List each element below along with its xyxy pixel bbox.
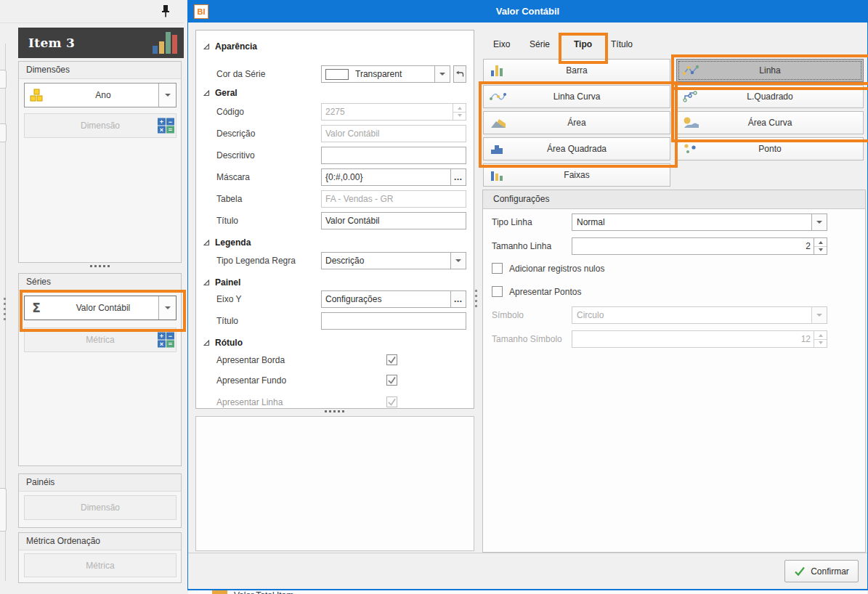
prop-label: Descrição [216,125,255,142]
dimension-ano-combo[interactable]: Ano [24,83,177,107]
tabela-field: FA - Vendas - GR [321,190,466,208]
dimension-value: Ano [48,84,158,107]
dropdown-arrow-icon[interactable] [450,253,466,269]
apresentar-borda-checkbox[interactable] [386,354,397,365]
linha-icon [683,64,699,77]
group-geral[interactable]: Geral [203,86,238,100]
tipo-legenda-combo[interactable]: Descrição [321,252,466,269]
prop-label: Título [216,312,238,330]
chart-type-ponto-button[interactable]: Ponto [676,137,864,160]
area-quadrada-icon [490,142,506,155]
hidden-panel-stub [0,123,7,142]
dialog-titlebar[interactable]: BI Valor Contábil [188,1,867,23]
legend-label: Valor Total Item [234,590,293,594]
adicionar-nulos-checkbox[interactable] [492,263,503,274]
tab-serie[interactable]: Série [530,39,550,49]
tipo-linha-combo[interactable]: Normal [572,213,827,231]
props-splitter-grip[interactable] [325,410,344,412]
ponto-icon [683,142,699,155]
check-icon [387,375,397,385]
apresentar-linha-checkbox[interactable] [386,396,397,407]
tamanho-simbolo-field: 12 [572,330,827,348]
left-splitter-grip[interactable] [4,298,6,320]
tab-titulo[interactable]: Título [611,39,633,49]
sidebar-splitter-grip[interactable] [90,265,110,267]
descricao-field: Valor Contábil [321,125,466,142]
spin-down-button[interactable] [814,246,827,255]
apresentar-fundo-checkbox[interactable] [386,375,397,386]
dropdown-arrow-icon [811,307,827,323]
undo-arrow-icon [455,70,464,78]
chart-type-faixas-button[interactable]: Faixas [483,163,670,187]
faixas-icon [490,168,506,182]
metric-order-drop-button[interactable]: Métrica [24,553,177,577]
tab-eixo[interactable]: Eixo [493,39,510,49]
grid-calc-icon[interactable]: +−×= [158,118,174,134]
check-icon [387,355,397,365]
prop-label: Tipo Legenda Regra [216,252,296,269]
prop-label: Apresentar Linha [216,394,283,409]
grid-calc-icon[interactable]: +−×= [158,333,174,348]
titulo-field[interactable]: Valor Contábil [321,212,466,229]
dialog-footer: Confirmar [188,553,867,589]
cor-da-serie-combo[interactable]: Transparent [321,65,450,83]
dropdown-arrow-icon[interactable] [158,84,176,107]
group-aparencia[interactable]: Aparência [203,39,257,54]
prop-label: Máscara [216,168,250,186]
prop-label: Apresentar Borda [216,351,285,369]
pin-icon[interactable] [161,4,171,19]
chart-type-l-quadrado-button[interactable]: L.Quadrado [676,85,864,108]
ellipsis-button[interactable]: … [450,169,466,185]
dropdown-arrow-icon[interactable] [434,66,450,82]
apresentar-pontos-checkbox[interactable] [492,286,503,297]
prop-label: Eixo Y [216,290,241,308]
metric-drop-button[interactable]: Métrica +−×= [24,327,177,352]
spinner [814,331,827,347]
chart-type-linha-button[interactable]: Linha [676,59,864,82]
tab-tipo[interactable]: Tipo [574,39,592,49]
descritivo-field[interactable] [321,147,466,164]
dropdown-arrow-icon[interactable] [158,296,176,320]
divider [0,23,184,23]
dimension-drop-button[interactable]: Dimensão +−×= [24,113,177,138]
properties-panel: Aparência Cor da Série Transparent Geral… [195,30,474,409]
series-valor-contabil-combo[interactable]: Σ Valor Contábil [24,296,177,320]
confirm-check-icon [794,566,806,577]
prop-label: Descritivo [216,147,255,164]
confirm-button[interactable]: Confirmar [784,560,859,582]
hidden-panel-stub [0,70,7,89]
prop-label: Título [216,212,238,229]
item-header: Item 3 [18,28,184,58]
config-group: Configurações Tipo Linha Normal Tamanho … [482,190,866,553]
group-painel[interactable]: Painel [203,275,240,290]
simbolo-combo: Circulo [572,306,827,324]
spin-up-button[interactable] [814,238,827,246]
chart-type-area-button[interactable]: Área [483,111,670,134]
config-label: Tamanho Linha [492,237,551,255]
screen: Item 3 Dimensões Ano Dimensão +−×= [0,0,868,594]
prop-label: Tabela [216,190,242,208]
reset-color-button[interactable] [453,65,466,83]
panels-header: Painéis [19,474,181,492]
group-rotulo[interactable]: Rótulo [203,335,243,350]
dimensions-header: Dimensões [19,62,181,79]
checkbox-label: Apresentar Pontos [509,286,581,298]
collapse-triangle-icon [203,44,210,50]
tamanho-linha-field[interactable]: 2 [572,237,827,255]
center-splitter-grip[interactable] [475,290,477,307]
config-label: Tipo Linha [492,213,532,231]
spinner[interactable] [814,238,827,254]
chart-type-linha-curva-button[interactable]: Linha Curva [483,85,670,108]
group-legenda[interactable]: Legenda [203,235,251,250]
panel-dimension-drop-button[interactable]: Dimensão [24,495,177,520]
codigo-field: 2275 [321,103,466,121]
chart-type-area-quadrada-button[interactable]: Área Quadrada [483,137,670,160]
eixo-y-field[interactable]: Configurações … [321,290,466,308]
linha-curva-icon [490,90,506,103]
chart-type-area-curva-button[interactable]: Área Curva [676,111,864,134]
painel-titulo-field[interactable] [321,312,466,330]
ellipsis-button[interactable]: … [450,291,466,307]
mascara-field[interactable]: {0:#,0.00} … [321,168,466,186]
chart-type-barra-button[interactable]: Barra [483,59,670,82]
dropdown-arrow-icon[interactable] [811,214,827,230]
